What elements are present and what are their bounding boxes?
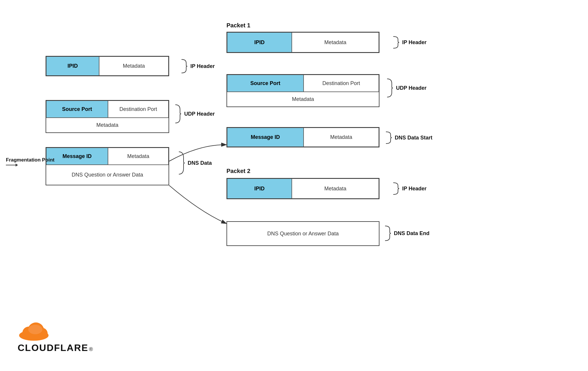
right-p1-dns-brace-svg [385, 131, 393, 144]
left-source-port-cell: Source Port [46, 101, 108, 118]
left-dns-brace-svg [178, 151, 186, 175]
right-p1-udp-brace: UDP Header [386, 78, 427, 98]
right-p2-ip-block: IPID Metadata [226, 178, 379, 199]
cloudflare-logo: CLOUDFLARE ® [18, 320, 93, 353]
right-p1-dns-block: Message ID Metadata [226, 127, 379, 147]
packet2-title: Packet 2 [226, 168, 250, 174]
right-p1-ip-block: IPID Metadata [226, 32, 379, 53]
right-p1-ip-brace-svg [392, 36, 400, 49]
right-p2-ip-section: IPID Metadata IP Header [226, 178, 379, 199]
right-p1-dns-section: Message ID Metadata DNS Data Start [226, 127, 379, 147]
left-udp-brace: UDP Header [174, 104, 215, 124]
left-dns-question-cell: DNS Question or Answer Data [46, 165, 169, 185]
right-p1-udp-brace-label: UDP Header [396, 85, 427, 91]
cloudflare-wordmark: CLOUDFLARE ® [18, 342, 93, 353]
packet1-title-text: Packet 1 [226, 22, 250, 29]
right-p2-dns-cell: DNS Question or Answer Data [227, 222, 379, 245]
left-dns-data-section: Message ID Metadata DNS Question or Answ… [46, 147, 169, 185]
left-udp-metadata-cell: Metadata [46, 118, 169, 132]
left-dns-metadata-cell: Metadata [108, 148, 169, 165]
right-p1-udp-section: Source Port Destination Port Metadata UD… [226, 74, 379, 107]
right-p2-ip-brace: IP Header [392, 182, 427, 195]
right-p1-dest-port-cell: Destination Port [304, 75, 379, 92]
right-p2-dns-block: DNS Question or Answer Data [226, 221, 379, 246]
left-ip-header-block: IPID Metadata [46, 56, 169, 76]
packet2-title-text: Packet 2 [226, 168, 250, 174]
right-p1-message-id-cell: Message ID [227, 128, 304, 147]
left-ipid-cell: IPID [46, 56, 99, 76]
left-udp-brace-label: UDP Header [184, 111, 215, 117]
right-p2-ipid-cell: IPID [227, 179, 292, 199]
left-dns-brace: DNS Data [178, 151, 212, 175]
left-ip-brace-svg [180, 59, 189, 74]
right-p2-ip-brace-label: IP Header [402, 186, 427, 192]
left-dest-port-cell: Destination Port [108, 101, 169, 118]
left-dns-data-block: Message ID Metadata DNS Question or Answ… [46, 147, 169, 185]
right-p1-ip-section: IPID Metadata IP Header [226, 32, 379, 53]
right-p1-ip-brace: IP Header [392, 36, 427, 49]
left-ip-header-section: IPID Metadata IP Header [46, 56, 169, 76]
right-p1-udp-block: Source Port Destination Port Metadata [226, 74, 379, 107]
right-p1-dns-brace: DNS Data Start [385, 131, 432, 144]
packet1-title: Packet 1 [226, 22, 250, 29]
right-p1-ip-meta-cell: Metadata [292, 32, 379, 52]
right-p1-source-port-cell: Source Port [227, 75, 304, 92]
left-ip-metadata-cell: Metadata [99, 56, 169, 76]
left-udp-header-section: Source Port Destination Port Metadata UD… [46, 100, 169, 133]
right-p1-ipid-cell: IPID [227, 32, 292, 52]
left-udp-header-block: Source Port Destination Port Metadata [46, 100, 169, 133]
frag-arrow [6, 165, 18, 165]
cloudflare-cloud-icon [18, 320, 50, 341]
cloudflare-trademark: ® [89, 346, 93, 352]
right-p1-udp-brace-svg [386, 78, 394, 98]
left-ip-brace: IP Header [180, 59, 215, 74]
svg-point-5 [28, 325, 42, 334]
right-p1-udp-meta-cell: Metadata [227, 92, 379, 107]
diagram: IPID Metadata IP Header Source Port Dest… [0, 0, 588, 371]
fragmentation-point: Fragmentation Point [6, 157, 54, 165]
right-p2-dns-brace-svg [384, 225, 392, 241]
right-p2-dns-brace: DNS Data End [384, 225, 429, 241]
right-p2-dns-section: DNS Question or Answer Data DNS Data End [226, 221, 379, 246]
left-dns-brace-label: DNS Data [188, 160, 212, 166]
right-p1-dns-meta-cell: Metadata [304, 128, 379, 147]
left-message-id-cell: Message ID [46, 148, 108, 165]
right-p2-ip-brace-svg [392, 182, 400, 195]
right-p2-dns-brace-label: DNS Data End [394, 230, 429, 237]
left-ip-brace-label: IP Header [190, 63, 215, 69]
cloudflare-name-text: CLOUDFLARE [18, 342, 88, 353]
right-p1-dns-brace-label: DNS Data Start [395, 135, 432, 141]
right-p1-ip-brace-label: IP Header [402, 39, 427, 46]
left-udp-brace-svg [174, 104, 182, 124]
right-p2-ip-meta-cell: Metadata [292, 179, 379, 199]
frag-label-text: Fragmentation Point [6, 157, 54, 163]
